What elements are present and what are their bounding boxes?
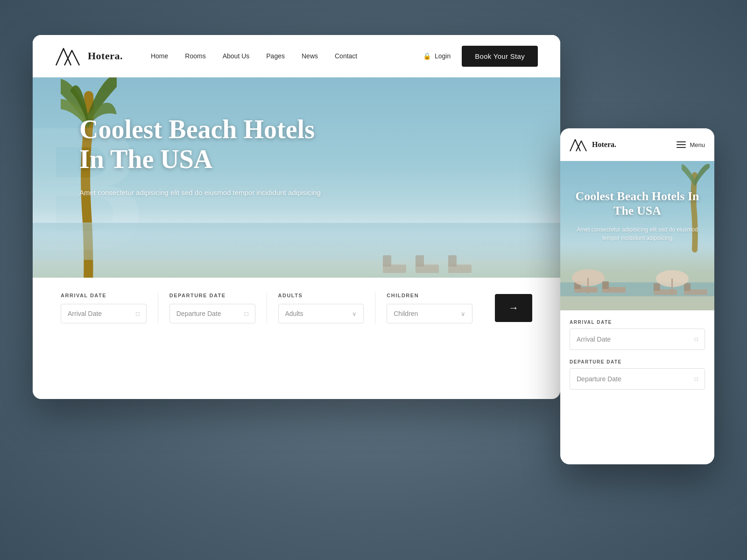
mobile-arrival-field: ARRIVAL DATE Arrival Date □ bbox=[570, 320, 705, 350]
mobile-header: Hotera. Menu bbox=[560, 128, 714, 161]
lock-icon: 🔒 bbox=[423, 52, 431, 60]
calendar-icon-departure: □ bbox=[245, 310, 248, 317]
mobile-logo-name: Hotera. bbox=[592, 140, 616, 149]
desktop-header: Hotera. Home Rooms About Us Pages News C… bbox=[33, 35, 560, 77]
submit-arrow-icon: → bbox=[508, 302, 519, 314]
mobile-hero-background: Coolest Beach Hotels In The USA Amet con… bbox=[560, 161, 714, 310]
mobile-logo-icon bbox=[570, 137, 588, 152]
logo-icon bbox=[55, 45, 82, 67]
pool-chair-3 bbox=[448, 265, 472, 273]
hamburger-line-1 bbox=[677, 141, 686, 142]
mobile-menu-button[interactable]: Menu bbox=[677, 141, 705, 148]
mobile-hero-content: Coolest Beach Hotels In The USA Amet con… bbox=[570, 189, 705, 242]
adults-label: ADULTS bbox=[278, 293, 364, 298]
header-right: 🔒 Login Book Your Stay bbox=[423, 46, 538, 67]
login-button[interactable]: 🔒 Login bbox=[423, 52, 451, 60]
svg-rect-4 bbox=[602, 281, 609, 289]
booking-submit-button[interactable]: → bbox=[495, 294, 532, 322]
departure-date-placeholder: Departure Date bbox=[176, 310, 221, 317]
booking-bar: ARRIVAL DATE Arrival Date □ DEPARTURE DA… bbox=[33, 278, 560, 338]
hamburger-icon bbox=[677, 141, 686, 148]
booking-adults-field: ADULTS Adults ∨ bbox=[267, 293, 376, 323]
hero-content: Coolest Beach Hotels In The USA Amet con… bbox=[79, 114, 341, 198]
booking-departure-field: DEPARTURE DATE Departure Date □ bbox=[158, 293, 267, 323]
mobile-arrival-input[interactable]: Arrival Date □ bbox=[570, 329, 705, 350]
hero-subtitle: Amet consectetur adipisicing elit sed do… bbox=[79, 188, 341, 198]
departure-date-input[interactable]: Departure Date □ bbox=[169, 304, 255, 323]
mobile-calendar-icon-departure: □ bbox=[695, 376, 698, 382]
departure-label: DEPARTURE DATE bbox=[169, 293, 255, 298]
booking-children-field: CHILDREN Children ∨ bbox=[375, 293, 484, 323]
login-label: Login bbox=[435, 52, 451, 60]
mobile-arrival-placeholder: Arrival Date bbox=[577, 336, 611, 343]
chevron-down-icon-adults: ∨ bbox=[352, 310, 357, 317]
hamburger-line-3 bbox=[677, 147, 686, 148]
svg-rect-10 bbox=[684, 283, 691, 291]
hamburger-line-2 bbox=[677, 144, 686, 145]
children-placeholder: Children bbox=[394, 310, 418, 317]
mobile-pool-scene bbox=[560, 250, 714, 310]
nav-about[interactable]: About Us bbox=[223, 52, 250, 60]
svg-rect-8 bbox=[654, 283, 660, 291]
desktop-nav: Home Rooms About Us Pages News Contact bbox=[151, 52, 423, 60]
adults-placeholder: Adults bbox=[285, 310, 303, 317]
children-select[interactable]: Children ∨ bbox=[387, 304, 472, 323]
logo-area[interactable]: Hotera. bbox=[55, 45, 123, 67]
mobile-departure-label: DEPARTURE DATE bbox=[570, 359, 705, 364]
arrival-label: ARRIVAL DATE bbox=[61, 293, 147, 298]
mobile-departure-field: DEPARTURE DATE Departure Date □ bbox=[570, 359, 705, 390]
nav-news[interactable]: News bbox=[302, 52, 318, 60]
mobile-booking: ARRIVAL DATE Arrival Date □ DEPARTURE DA… bbox=[560, 310, 714, 408]
children-label: CHILDREN bbox=[387, 293, 472, 298]
scene: Hotera. Home Rooms About Us Pages News C… bbox=[33, 35, 714, 525]
mobile-arrival-label: ARRIVAL DATE bbox=[570, 320, 705, 325]
desktop-mockup: Hotera. Home Rooms About Us Pages News C… bbox=[33, 35, 560, 399]
mobile-menu-label: Menu bbox=[690, 141, 705, 148]
nav-home[interactable]: Home bbox=[151, 52, 168, 60]
mobile-pool-svg bbox=[560, 250, 714, 310]
pool-chair-1 bbox=[383, 265, 406, 273]
mobile-departure-input[interactable]: Departure Date □ bbox=[570, 368, 705, 390]
nav-pages[interactable]: Pages bbox=[266, 52, 285, 60]
arrival-date-placeholder: Arrival Date bbox=[68, 310, 102, 317]
pool-chairs bbox=[383, 236, 523, 273]
calendar-icon-arrival: □ bbox=[136, 310, 140, 317]
svg-rect-6 bbox=[587, 278, 589, 294]
logo-name: Hotera. bbox=[88, 50, 123, 62]
nav-contact[interactable]: Contact bbox=[335, 52, 357, 60]
mobile-hero-title: Coolest Beach Hotels In The USA bbox=[570, 189, 705, 218]
chevron-down-icon-children: ∨ bbox=[461, 310, 465, 317]
arrival-date-input[interactable]: Arrival Date □ bbox=[61, 304, 147, 323]
nav-rooms[interactable]: Rooms bbox=[185, 52, 205, 60]
hero-title: Coolest Beach Hotels In The USA bbox=[79, 114, 341, 175]
mobile-mockup: Hotera. Menu bbox=[560, 128, 714, 464]
mobile-logo-area[interactable]: Hotera. bbox=[570, 137, 616, 152]
mobile-calendar-icon-arrival: □ bbox=[695, 336, 698, 343]
book-stay-button[interactable]: Book Your Stay bbox=[462, 46, 538, 67]
svg-rect-12 bbox=[671, 279, 673, 295]
desktop-hero: B bbox=[33, 77, 560, 338]
mobile-hero-subtitle: Amet consectetur adipisicing elit sed do… bbox=[570, 225, 705, 242]
booking-arrival-field: ARRIVAL DATE Arrival Date □ bbox=[61, 293, 158, 323]
pool-chair-2 bbox=[416, 265, 439, 273]
mobile-hero: Coolest Beach Hotels In The USA Amet con… bbox=[560, 161, 714, 310]
adults-select[interactable]: Adults ∨ bbox=[278, 304, 364, 323]
mobile-departure-placeholder: Departure Date bbox=[577, 375, 621, 383]
